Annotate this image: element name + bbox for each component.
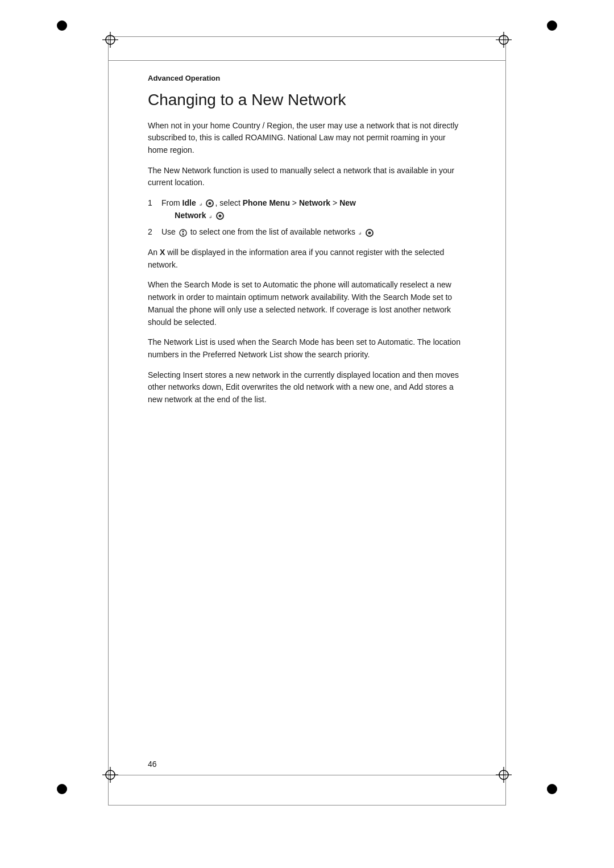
bleed-dot-bottom-left: [57, 784, 67, 794]
bleed-dot-top-left: [57, 20, 67, 31]
instruction-list: 1 From Idle 𝓈 , select Phone Menu > Netw…: [148, 197, 466, 239]
scroll-icon-1: 𝓈: [200, 198, 202, 209]
ok-icon-3: [366, 229, 374, 237]
rule-top-outer: [108, 36, 506, 37]
list-num-1: 1: [148, 197, 161, 210]
ok-icon-1: [206, 199, 214, 207]
reg-mark-bottom-right: [496, 767, 512, 783]
page: Advanced Operation Changing to a New Net…: [0, 0, 614, 868]
ok-icon-2: [216, 212, 224, 220]
svg-marker-14: [182, 233, 184, 236]
instruction-1-content: From Idle 𝓈 , select Phone Menu > Networ…: [161, 197, 466, 222]
network-label: Network: [299, 198, 330, 207]
list-num-2: 2: [148, 226, 161, 239]
nav-icon: [179, 229, 187, 237]
reg-mark-top-left: [102, 32, 118, 48]
instruction-item-1: 1 From Idle 𝓈 , select Phone Menu > Netw…: [148, 197, 466, 222]
instruction-2-content: Use to select one from the list of avail…: [161, 226, 466, 239]
phone-menu-label: Phone Menu: [243, 198, 290, 207]
instruction-item-2: 2 Use to select one from the list of ava…: [148, 226, 466, 239]
content-area: Advanced Operation Changing to a New Net…: [148, 74, 466, 754]
rule-right: [505, 36, 506, 806]
rule-left: [108, 36, 109, 806]
paragraph-3: An X will be displayed in the informatio…: [148, 247, 466, 271]
paragraph-4: When the Search Mode is set to Automatic…: [148, 279, 466, 328]
scroll-icon-3: 𝓈: [359, 227, 361, 238]
page-number: 46: [148, 760, 157, 769]
rule-bottom-inner: [108, 775, 506, 775]
reg-mark-top-right: [496, 32, 512, 48]
paragraph-2: The New Network function is used to manu…: [148, 165, 466, 189]
bleed-dot-top-right: [547, 20, 557, 31]
rule-bottom-outer: [108, 805, 506, 806]
bleed-dot-bottom-right: [547, 784, 557, 794]
page-title: Changing to a New Network: [148, 90, 466, 110]
reg-mark-bottom-left: [102, 767, 118, 783]
svg-marker-13: [182, 230, 184, 232]
paragraph-5: The Network List is used when the Search…: [148, 336, 466, 361]
section-label: Advanced Operation: [148, 74, 466, 82]
rule-top-inner: [108, 60, 506, 61]
paragraph-6: Selecting Insert stores a new network in…: [148, 369, 466, 406]
paragraph-1: When not in your home Country / Region, …: [148, 120, 466, 157]
idle-label: Idle: [182, 198, 196, 207]
scroll-icon-2: 𝓈: [209, 211, 211, 222]
